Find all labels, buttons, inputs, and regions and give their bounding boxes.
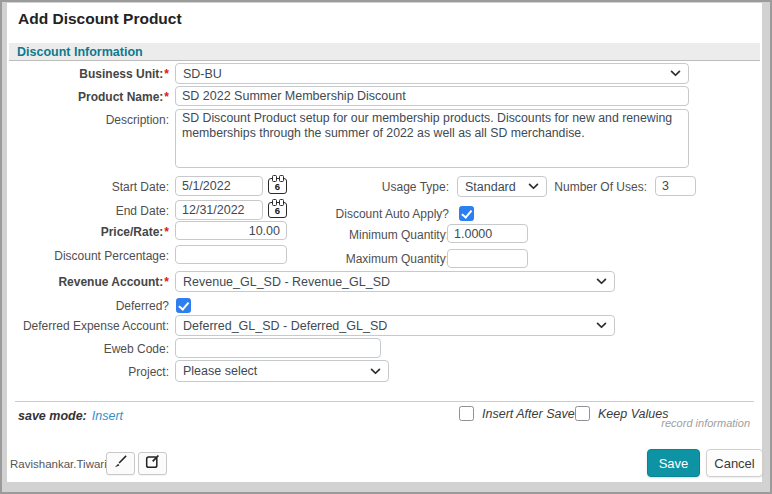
save-button[interactable]: Save bbox=[647, 449, 700, 477]
user-name: Ravishankar.Tiwari bbox=[10, 458, 107, 470]
price-rate-input[interactable] bbox=[175, 221, 287, 240]
business-unit-select[interactable]: SD-BU bbox=[175, 63, 689, 84]
price-rate-label: Price/Rate:* bbox=[7, 225, 169, 240]
deferred-expense-account-value: Deferred_GL_SD - Deferred_GL_SD bbox=[183, 319, 387, 333]
form-panel: Add Discount Product Discount Informatio… bbox=[7, 3, 762, 482]
eweb-code-label: Eweb Code: bbox=[7, 342, 169, 357]
deferred-expense-account-select[interactable]: Deferred_GL_SD - Deferred_GL_SD bbox=[175, 315, 615, 336]
calendar-day-number: 6 bbox=[269, 203, 286, 217]
start-date-calendar-icon[interactable]: 6 bbox=[268, 178, 287, 194]
discount-percentage-input[interactable] bbox=[175, 245, 287, 264]
usage-type-label: Usage Type: bbox=[287, 180, 449, 195]
business-unit-value: SD-BU bbox=[183, 67, 222, 81]
cancel-button[interactable]: Cancel bbox=[706, 449, 763, 477]
project-label: Project: bbox=[7, 365, 169, 380]
chevron-down-icon bbox=[596, 322, 607, 329]
project-select[interactable]: Please select bbox=[175, 360, 389, 382]
minimum-quantity-input[interactable] bbox=[447, 224, 528, 243]
brush-icon bbox=[113, 454, 128, 473]
page-title: Add Discount Product bbox=[18, 10, 182, 28]
discount-auto-apply-checkbox[interactable] bbox=[459, 206, 474, 221]
chevron-down-icon bbox=[370, 368, 381, 375]
edit-pencil-icon bbox=[145, 454, 160, 473]
business-unit-label: Business Unit:* bbox=[7, 67, 169, 82]
maximum-quantity-input[interactable] bbox=[447, 249, 528, 268]
maximum-quantity-label: Maximum Quantity: bbox=[287, 252, 449, 267]
number-of-uses-input[interactable] bbox=[655, 176, 696, 196]
discount-percentage-label: Discount Percentage: bbox=[7, 249, 169, 264]
end-date-input[interactable] bbox=[175, 200, 263, 220]
keep-values-label: Keep Values bbox=[598, 407, 668, 421]
revenue-account-select[interactable]: Revenue_GL_SD - Revenue_GL_SD bbox=[175, 271, 615, 292]
description-label: Description: bbox=[7, 113, 169, 128]
deferred-label: Deferred? bbox=[7, 299, 169, 314]
start-date-input[interactable] bbox=[175, 176, 263, 196]
brush-edit-button[interactable] bbox=[106, 452, 135, 475]
deferred-expense-account-label: Deferred Expense Account: bbox=[7, 319, 169, 334]
save-mode-label: save mode: bbox=[18, 409, 87, 423]
calendar-day-number: 6 bbox=[269, 179, 286, 193]
deferred-checkbox[interactable] bbox=[176, 298, 191, 313]
eweb-code-input[interactable] bbox=[175, 338, 381, 358]
revenue-account-label: Revenue Account:* bbox=[7, 275, 169, 290]
record-information-link[interactable]: record information bbox=[661, 417, 750, 429]
required-asterisk: * bbox=[164, 67, 169, 81]
save-mode: save mode:Insert bbox=[18, 409, 123, 423]
required-asterisk: * bbox=[164, 275, 169, 289]
minimum-quantity-label: Minimum Quantity: bbox=[287, 228, 449, 243]
start-date-label: Start Date: bbox=[7, 180, 169, 195]
compose-edit-button[interactable] bbox=[138, 452, 167, 475]
revenue-account-value: Revenue_GL_SD - Revenue_GL_SD bbox=[183, 275, 390, 289]
required-asterisk: * bbox=[164, 225, 169, 239]
keep-values-checkbox[interactable] bbox=[575, 406, 590, 421]
section-title: Discount Information bbox=[17, 45, 143, 59]
number-of-uses-label: Number Of Uses: bbox=[507, 180, 647, 195]
insert-after-save-label: Insert After Save bbox=[482, 407, 575, 421]
footer-divider bbox=[15, 401, 754, 402]
discount-auto-apply-label: Discount Auto Apply? bbox=[287, 207, 449, 222]
window-frame: Add Discount Product Discount Informatio… bbox=[0, 0, 772, 494]
project-value: Please select bbox=[183, 364, 257, 378]
product-name-input[interactable] bbox=[175, 86, 689, 106]
chevron-down-icon bbox=[670, 70, 681, 77]
section-header: Discount Information bbox=[9, 43, 760, 61]
chevron-down-icon bbox=[596, 278, 607, 285]
product-name-label: Product Name:* bbox=[7, 90, 169, 105]
insert-after-save-checkbox[interactable] bbox=[459, 406, 474, 421]
end-date-label: End Date: bbox=[7, 204, 169, 219]
required-asterisk: * bbox=[164, 90, 169, 104]
description-textarea[interactable] bbox=[175, 109, 689, 168]
save-mode-value-link[interactable]: Insert bbox=[92, 409, 123, 423]
end-date-calendar-icon[interactable]: 6 bbox=[268, 202, 287, 218]
